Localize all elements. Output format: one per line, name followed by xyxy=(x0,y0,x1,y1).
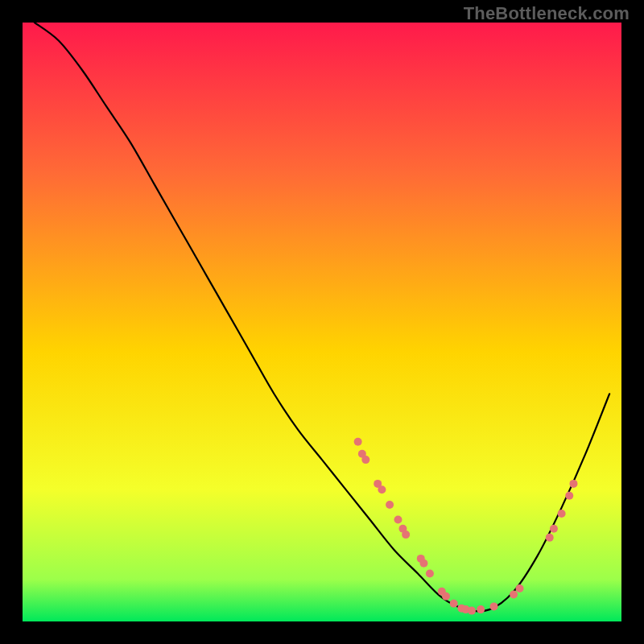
data-point-marker xyxy=(546,534,554,542)
chart-container: TheBottleneck.com xyxy=(0,0,644,644)
data-point-marker xyxy=(569,480,577,488)
data-point-marker xyxy=(386,501,394,509)
watermark-text: TheBottleneck.com xyxy=(464,3,630,24)
data-point-marker xyxy=(378,485,386,493)
data-point-marker xyxy=(468,607,476,615)
plot-background xyxy=(23,23,621,621)
data-point-marker xyxy=(361,456,369,464)
data-point-marker xyxy=(450,600,458,608)
data-point-marker xyxy=(426,569,434,577)
data-point-marker xyxy=(565,492,573,500)
data-point-marker xyxy=(558,510,566,518)
data-point-marker xyxy=(419,559,427,568)
data-point-marker xyxy=(402,530,410,539)
data-point-marker xyxy=(442,592,450,601)
data-point-marker xyxy=(550,525,558,533)
data-point-marker xyxy=(510,591,518,599)
data-point-marker xyxy=(477,605,485,613)
data-point-marker xyxy=(516,584,524,592)
chart-svg xyxy=(23,23,621,621)
data-point-marker xyxy=(394,516,402,524)
data-point-marker xyxy=(490,602,498,610)
data-point-marker xyxy=(354,438,362,446)
